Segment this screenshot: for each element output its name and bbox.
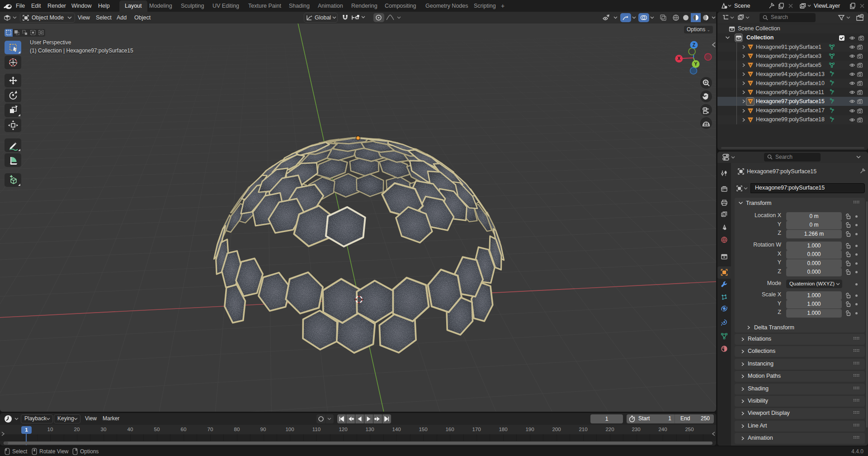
svg-text:Y: Y — [694, 61, 697, 66]
svg-text:X: X — [677, 56, 680, 61]
svg-text:Z: Z — [693, 42, 696, 48]
